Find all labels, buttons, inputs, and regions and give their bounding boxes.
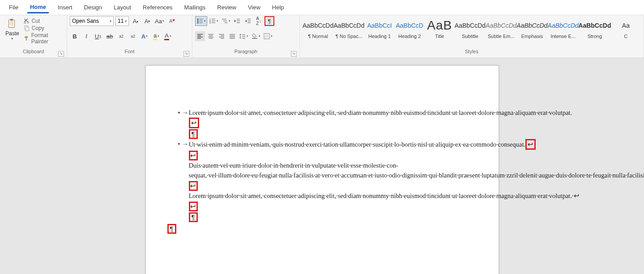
bullet-item-1[interactable]: • → Lorem·ipsum·dolor·sit·amet,·consecte… xyxy=(178,108,466,139)
svg-rect-28 xyxy=(237,21,240,21)
style-item-10[interactable]: AaC xyxy=(611,16,641,44)
tab-review[interactable]: Review xyxy=(214,2,239,13)
copy-button[interactable]: Copy xyxy=(24,25,64,31)
tab-home[interactable]: Home xyxy=(27,2,49,13)
svg-rect-27 xyxy=(237,19,240,20)
line-spacing-icon xyxy=(239,33,246,40)
superscript-button[interactable]: x2 xyxy=(128,31,138,41)
align-center-button[interactable] xyxy=(206,31,216,41)
cut-button[interactable]: Cut xyxy=(24,18,64,24)
font-family-dropdown[interactable]: Open Sans▾ xyxy=(70,16,114,26)
paste-button[interactable]: Paste ▾ xyxy=(3,16,22,42)
text-effects-button[interactable]: A▾ xyxy=(140,31,149,41)
sort-button[interactable]: AZ↓ xyxy=(254,16,264,26)
style-name: Heading 2 xyxy=(395,34,425,39)
numbering-button[interactable]: 123▾ xyxy=(208,16,219,26)
style-item-3[interactable]: AaBbCcDHeading 2 xyxy=(395,16,425,44)
borders-button[interactable]: ▾ xyxy=(262,31,273,41)
line-spacing-button[interactable]: ▾ xyxy=(238,31,249,41)
paragraph-group-label: Paragraph xyxy=(235,49,257,54)
change-case-button[interactable]: Aa▾ xyxy=(154,16,165,26)
bold-button[interactable]: B xyxy=(70,31,80,41)
increase-indent-button[interactable] xyxy=(243,16,253,26)
clear-formatting-button[interactable]: A xyxy=(167,16,177,26)
svg-rect-38 xyxy=(209,35,213,36)
style-name: Intense E... xyxy=(548,34,579,39)
shading-button[interactable]: ▾ xyxy=(250,31,261,41)
tab-view[interactable]: View xyxy=(245,2,263,13)
align-right-button[interactable] xyxy=(217,31,226,41)
tab-references[interactable]: References xyxy=(140,2,175,13)
svg-rect-26 xyxy=(225,22,227,23)
style-preview: AaBbCcDd xyxy=(455,17,486,34)
style-preview: AaBbCcDd xyxy=(516,17,547,34)
align-right-icon xyxy=(218,33,225,40)
ribbon: Paste ▾ Cut Copy Format Painter xyxy=(0,15,644,58)
style-preview: AaBbCcDd xyxy=(486,17,516,34)
style-name: Strong xyxy=(579,34,611,39)
tab-layout[interactable]: Layout xyxy=(111,2,134,13)
style-item-7[interactable]: AaBbCcDdEmphasis xyxy=(516,16,547,44)
font-size-dropdown[interactable]: 11▾ xyxy=(115,16,129,26)
paragraph-4-text: Lorem·ipsum·dolor·sit·amet,·consectetuer… xyxy=(189,191,644,201)
numbering-icon: 123 xyxy=(209,17,216,25)
style-name: Emphasis xyxy=(516,34,547,39)
strikethrough-button[interactable]: ab xyxy=(105,31,115,41)
bullets-button[interactable]: ▾ xyxy=(195,16,207,26)
style-item-1[interactable]: AaBbCcDd¶ No Spac... xyxy=(333,16,364,44)
paragraph-launcher[interactable]: ↘ xyxy=(291,51,297,57)
subscript-button[interactable]: x2 xyxy=(116,31,126,41)
font-color-button[interactable]: A▾ xyxy=(163,31,173,41)
svg-point-16 xyxy=(197,22,199,24)
bullet-2-text: Ut·wisi·enim·ad·minim·veniam,·quis·nostr… xyxy=(189,141,526,148)
style-item-8[interactable]: AaBbCcDdIntense E... xyxy=(548,16,579,44)
tab-mailings[interactable]: Mailings xyxy=(182,2,209,13)
scissors-icon xyxy=(24,18,30,24)
justify-button[interactable] xyxy=(227,31,237,41)
font-group-label: Font xyxy=(124,49,134,54)
style-item-4[interactable]: AaBTitle xyxy=(425,16,455,44)
style-item-9[interactable]: AaBbCcDdStrong xyxy=(579,16,611,44)
svg-rect-24 xyxy=(222,19,226,20)
styles-gallery[interactable]: AaBbCcDd¶ NormalAaBbCcDd¶ No Spac...AaBb… xyxy=(303,16,641,44)
bullet-marker: • → xyxy=(178,139,189,222)
align-left-button[interactable] xyxy=(195,31,205,41)
tab-insert[interactable]: Insert xyxy=(55,2,75,13)
underline-button[interactable]: U▾ xyxy=(93,31,103,41)
font-launcher[interactable]: ↘ xyxy=(183,51,189,57)
ribbon-tabs: File Home Insert Design Layout Reference… xyxy=(0,0,644,15)
tab-design[interactable]: Design xyxy=(81,2,105,13)
document-page[interactable]: • → Lorem·ipsum·dolor·sit·amet,·consecte… xyxy=(145,65,499,274)
tab-help[interactable]: Help xyxy=(269,2,287,13)
clipboard-launcher[interactable]: ↘ xyxy=(58,51,64,57)
svg-rect-44 xyxy=(221,38,224,39)
svg-rect-40 xyxy=(209,38,213,39)
tab-file[interactable]: File xyxy=(6,2,21,13)
shading-icon xyxy=(251,33,258,40)
style-name: Subtitle xyxy=(455,34,486,39)
italic-button[interactable]: I xyxy=(81,31,91,41)
decrease-indent-button[interactable] xyxy=(232,16,242,26)
copy-icon xyxy=(24,25,30,31)
style-item-0[interactable]: AaBbCcDd¶ Normal xyxy=(303,16,333,44)
style-item-2[interactable]: AaBbCcIHeading 1 xyxy=(365,16,395,44)
format-painter-button[interactable]: Format Painter xyxy=(24,32,64,45)
clipboard-group-label: Clipboard xyxy=(23,49,44,54)
bullet-1-text: Lorem·ipsum·dolor·sit·amet,·consectetuer… xyxy=(189,109,572,116)
decrease-font-button[interactable]: A▾ xyxy=(142,16,152,26)
group-styles: AaBbCcDd¶ NormalAaBbCcDd¶ No Spac...AaBb… xyxy=(300,15,644,58)
style-item-5[interactable]: AaBbCcDdSubtitle xyxy=(455,16,486,44)
increase-font-button[interactable]: A▴ xyxy=(131,16,141,26)
svg-rect-3 xyxy=(10,23,14,24)
document-area[interactable]: • → Lorem·ipsum·dolor·sit·amet,·consecte… xyxy=(0,58,644,274)
multilevel-list-button[interactable]: ▾ xyxy=(220,16,231,26)
clear-formatting-icon: A xyxy=(168,17,175,25)
bullet-item-2[interactable]: • → Ut·wisi·enim·ad·minim·veniam,·quis·n… xyxy=(178,139,466,222)
align-left-icon xyxy=(196,33,204,40)
paste-dropdown-caret[interactable]: ▾ xyxy=(11,37,13,41)
show-hide-formatting-button[interactable]: ¶ xyxy=(264,16,274,26)
borders-icon xyxy=(263,33,270,40)
style-item-6[interactable]: AaBbCcDdSubtle Em... xyxy=(486,16,516,44)
svg-rect-39 xyxy=(208,37,213,38)
highlight-color-button[interactable]: a▾ xyxy=(151,31,161,41)
